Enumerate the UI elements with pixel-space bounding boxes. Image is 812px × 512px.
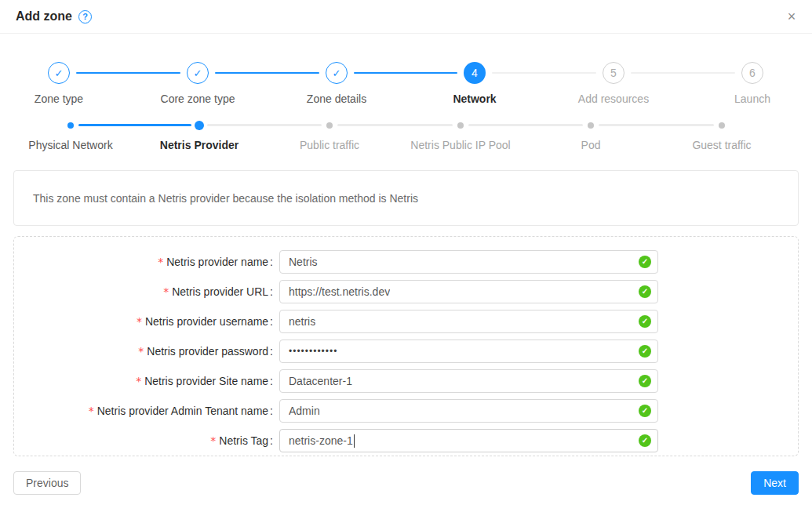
step-icon-zone-details: ✓ <box>326 62 348 84</box>
form-row-site-name: *Netris provider Site name: Datacenter-1… <box>14 369 798 393</box>
step-icon-launch: 6 <box>741 62 763 84</box>
required-asterisk: * <box>210 434 216 447</box>
valid-check-icon: ✓ <box>639 375 651 387</box>
required-asterisk: * <box>163 285 169 298</box>
step-label-network: Network <box>453 93 496 105</box>
step-icon-add-resources: 5 <box>603 62 624 84</box>
field-label: *Netris provider password: <box>14 345 273 358</box>
form-row-provider-password: *Netris provider password: •••••••••••• … <box>14 340 798 363</box>
substep-connector <box>337 124 453 126</box>
valid-check-icon: ✓ <box>639 285 651 298</box>
step-connector <box>76 72 180 74</box>
substep-connector <box>468 124 583 126</box>
field-label: *Netris Tag: <box>14 434 273 447</box>
substep-label-public-traffic: Public traffic <box>300 139 359 151</box>
step-connector <box>215 72 319 74</box>
substep-dot-guest-traffic <box>719 122 725 129</box>
valid-check-icon: ✓ <box>639 405 651 417</box>
field-label: *Netris provider URL: <box>14 285 273 298</box>
step-connector <box>492 72 596 74</box>
step-icon-core-zone-type: ✓ <box>187 62 209 84</box>
required-asterisk: * <box>89 405 94 417</box>
form-row-provider-url: *Netris provider URL: https://test.netri… <box>14 280 798 303</box>
step-number: 5 <box>610 67 617 79</box>
next-button[interactable]: Next <box>751 471 799 495</box>
netris-tag-input[interactable]: netris-zone-1 ✓ <box>279 429 658 452</box>
text-cursor <box>354 434 355 448</box>
substep-dot-pod <box>588 122 594 129</box>
step-connector <box>354 72 457 74</box>
netris-provider-password-input[interactable]: •••••••••••• ✓ <box>279 340 658 363</box>
required-asterisk: * <box>136 375 141 387</box>
step-label-launch: Launch <box>734 93 770 105</box>
required-asterisk: * <box>138 345 144 358</box>
netris-provider-name-input[interactable]: Netris ✓ <box>279 250 658 274</box>
wizard-steps: ✓ ✓ ✓ 4 5 6 Zone type Core zone type Zon… <box>0 0 812 165</box>
valid-check-icon: ✓ <box>639 434 651 447</box>
required-asterisk: * <box>158 256 163 268</box>
substep-label-physical-network: Physical Network <box>28 139 112 151</box>
substep-label-netris-provider: Netris Provider <box>160 139 239 151</box>
field-label: *Netris provider Site name: <box>14 375 273 387</box>
netris-provider-admin-tenant-input[interactable]: Admin ✓ <box>279 399 658 423</box>
form-row-provider-name: *Netris provider name: Netris ✓ <box>14 250 798 274</box>
isolation-notice: This zone must contain a Netris provider… <box>13 170 799 226</box>
step-label-zone-type: Zone type <box>35 93 83 105</box>
field-label: *Netris provider name: <box>14 256 273 268</box>
substep-connector <box>78 124 191 126</box>
substep-label-netris-public-ip-pool: Netris Public IP Pool <box>410 139 510 151</box>
step-icon-zone-type: ✓ <box>48 62 70 84</box>
previous-button[interactable]: Previous <box>13 471 81 495</box>
netris-provider-site-name-input[interactable]: Datacenter-1 ✓ <box>279 369 658 393</box>
step-label-add-resources: Add resources <box>578 93 649 105</box>
netris-provider-url-input[interactable]: https://test.netris.dev ✓ <box>279 280 658 303</box>
substep-dot-physical-network <box>67 122 74 129</box>
form-row-provider-username: *Netris provider username: netris ✓ <box>14 310 798 333</box>
netris-provider-form: *Netris provider name: Netris ✓ *Netris … <box>13 236 799 456</box>
valid-check-icon: ✓ <box>639 256 651 268</box>
check-icon: ✓ <box>194 67 202 79</box>
form-row-netris-tag: *Netris Tag: netris-zone-1 ✓ <box>14 429 798 452</box>
add-zone-dialog: Add zone ? × ✓ ✓ ✓ 4 5 6 Zone type Core … <box>0 0 812 512</box>
check-icon: ✓ <box>55 67 64 79</box>
substep-connector <box>207 124 322 126</box>
valid-check-icon: ✓ <box>639 315 651 328</box>
substep-label-guest-traffic: Guest traffic <box>692 139 751 151</box>
step-label-zone-details: Zone details <box>307 93 366 105</box>
step-label-core-zone-type: Core zone type <box>161 93 235 105</box>
step-icon-network: 4 <box>464 62 486 84</box>
substep-dot-netris-public-ip-pool <box>457 122 464 129</box>
substep-label-pod: Pod <box>581 139 601 151</box>
step-connector <box>631 72 735 74</box>
substep-dot-public-traffic <box>326 122 333 129</box>
notice-text: This zone must contain a Netris provider… <box>33 192 418 205</box>
substep-dot-netris-provider <box>195 121 204 130</box>
substep-connector <box>599 124 714 126</box>
netris-provider-username-input[interactable]: netris ✓ <box>279 310 658 333</box>
required-asterisk: * <box>137 315 142 328</box>
field-label: *Netris provider Admin Tenant name: <box>14 405 273 417</box>
field-label: *Netris provider username: <box>14 315 273 328</box>
check-icon: ✓ <box>333 67 341 79</box>
step-number: 4 <box>472 67 478 79</box>
step-number: 6 <box>749 67 756 79</box>
valid-check-icon: ✓ <box>639 345 651 358</box>
form-row-admin-tenant-name: *Netris provider Admin Tenant name: Admi… <box>14 399 798 423</box>
